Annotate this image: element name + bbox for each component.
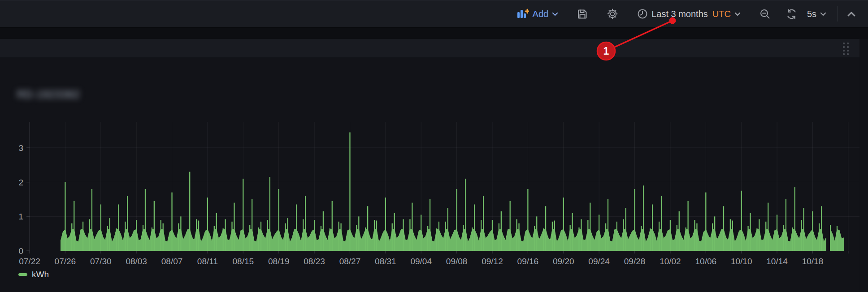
timeseries-panel (0, 57, 859, 292)
add-button-label: Add (533, 9, 549, 18)
clock-icon (637, 9, 648, 19)
refresh-interval-label: 5s (807, 9, 816, 18)
zoom-out-button[interactable] (756, 6, 774, 22)
refresh-icon (786, 9, 797, 20)
legend-series-label: kWh (32, 270, 49, 279)
gear-icon (607, 8, 618, 20)
panel-header (0, 39, 859, 57)
chevron-down-icon (734, 12, 741, 16)
dashboard-settings-button[interactable] (603, 5, 622, 22)
panel-title[interactable]: RD-1923382 (17, 89, 80, 101)
refresh-interval-dropdown[interactable]: 5s (803, 7, 830, 21)
time-range-label: Last 3 months (651, 9, 708, 18)
dashboard: Add (0, 0, 868, 292)
time-range-picker[interactable]: Last 3 months UTC (634, 6, 744, 22)
refresh-button[interactable] (782, 6, 801, 22)
panel-drag-grip-icon[interactable] (843, 43, 849, 55)
bar-chart-plus-icon (516, 8, 529, 20)
chevron-down-icon (552, 12, 558, 16)
chevron-down-icon (820, 12, 826, 16)
caret-up-icon (847, 12, 855, 17)
save-icon (577, 9, 588, 19)
save-dashboard-button[interactable] (573, 6, 591, 22)
timezone-label: UTC (712, 9, 731, 18)
toolbar-divider (837, 6, 838, 21)
legend-series-swatch (18, 273, 27, 276)
dashboard-canvas (0, 28, 868, 39)
kiosk-mode-button[interactable] (844, 9, 859, 19)
dashboard-toolbar: Add (0, 0, 868, 28)
chart-legend[interactable]: kWh (18, 270, 49, 279)
zoom-out-icon (760, 9, 771, 20)
add-panel-button[interactable]: Add (513, 5, 562, 22)
callout-number-badge: 1 (597, 42, 616, 60)
